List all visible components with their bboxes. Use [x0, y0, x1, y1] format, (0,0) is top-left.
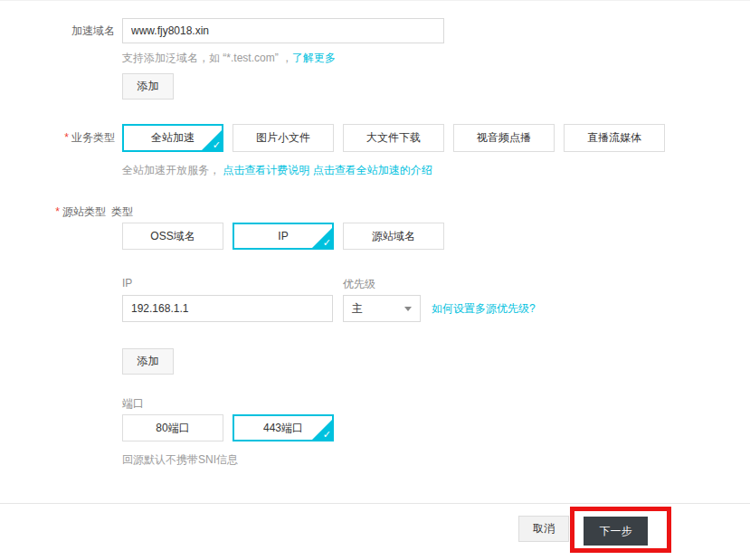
ip-label-text: IP	[122, 277, 132, 289]
ip-label: IP	[122, 277, 132, 289]
priority-label: 优先级	[343, 277, 375, 292]
option-label: OSS域名	[150, 229, 195, 244]
origin-type-option-ip[interactable]: IP ✓	[233, 223, 334, 250]
business-type-label: *业务类型	[0, 124, 115, 152]
origin-type-option-domain[interactable]: 源站域名	[343, 223, 444, 250]
selected-check-icon: ✓	[202, 130, 222, 150]
origin-type-label-text: 源站类型	[62, 205, 106, 218]
acceleration-domain-label: 加速域名	[0, 18, 115, 43]
cdn-domain-setup-form: 加速域名 支持添加泛域名，如 “*.test.com” ，了解更多 添加 *业务…	[0, 0, 750, 560]
option-label: 视音频点播	[477, 130, 531, 146]
selected-check-icon: ✓	[312, 420, 332, 440]
business-type-option-small-files[interactable]: 图片小文件	[233, 124, 334, 152]
priority-help: 如何设置多源优先级?	[432, 295, 536, 322]
port-option-443[interactable]: 443端口 ✓	[233, 414, 334, 441]
selected-check-icon: ✓	[312, 228, 332, 248]
billing-info-link[interactable]: 点击查看计费说明	[223, 164, 309, 176]
origin-type-label: *源站类型	[0, 204, 106, 219]
business-type-option-video-on-demand[interactable]: 视音频点播	[453, 124, 555, 152]
full-site-intro-link[interactable]: 点击查看全站加速的介绍	[313, 164, 432, 176]
option-label: 大文件下载	[366, 130, 421, 146]
origin-type-sublabel: 类型	[111, 204, 133, 219]
origin-type-sublabel-text: 类型	[111, 205, 133, 218]
option-label: 直播流媒体	[587, 130, 641, 146]
add-domain-button[interactable]: 添加	[122, 73, 174, 100]
business-type-label-text: 业务类型	[71, 131, 115, 144]
port-label: 端口	[122, 396, 144, 412]
business-help-text: 全站加速开放服务， 点击查看计费说明 点击查看全站加速的介绍	[122, 163, 432, 178]
sni-note-text: 回源默认不携带SNI信息	[122, 453, 238, 466]
cancel-button[interactable]: 取消	[518, 516, 569, 542]
business-type-option-live-streaming[interactable]: 直播流媒体	[564, 124, 665, 152]
priority-select[interactable]: 主	[343, 295, 421, 322]
priority-label-text: 优先级	[343, 278, 375, 290]
option-label: 全站加速	[151, 130, 195, 146]
port-option-80[interactable]: 80端口	[122, 414, 223, 441]
required-asterisk: *	[55, 205, 60, 218]
footer-divider	[0, 503, 750, 504]
business-type-option-full-site[interactable]: 全站加速 ✓	[122, 124, 223, 152]
option-label: 源站域名	[372, 229, 415, 244]
option-label: 图片小文件	[256, 130, 310, 146]
learn-more-link[interactable]: 了解更多	[292, 52, 336, 64]
add-origin-button[interactable]: 添加	[122, 348, 174, 375]
option-label: 443端口	[263, 421, 303, 436]
required-asterisk: *	[64, 131, 69, 144]
sni-note: 回源默认不携带SNI信息	[122, 452, 238, 468]
domain-help-prefix: 支持添加泛域名，如 “*.test.com” ，	[122, 52, 292, 64]
multi-origin-priority-link[interactable]: 如何设置多源优先级?	[432, 302, 536, 315]
chevron-down-icon	[404, 307, 412, 311]
top-divider	[0, 0, 750, 1]
acceleration-domain-input[interactable]	[122, 18, 444, 43]
port-label-text: 端口	[122, 397, 144, 410]
next-step-button[interactable]: 下一步	[584, 517, 648, 546]
origin-type-option-oss[interactable]: OSS域名	[122, 223, 223, 250]
option-label: IP	[278, 230, 288, 242]
domain-help-text: 支持添加泛域名，如 “*.test.com” ，了解更多	[122, 51, 336, 66]
business-type-option-large-file-download[interactable]: 大文件下载	[343, 124, 444, 152]
acceleration-domain-label-text: 加速域名	[71, 24, 115, 37]
ip-input[interactable]	[122, 295, 333, 322]
option-label: 80端口	[156, 421, 189, 436]
priority-select-value: 主	[352, 301, 363, 317]
business-help-prefix: 全站加速开放服务，	[122, 164, 220, 176]
